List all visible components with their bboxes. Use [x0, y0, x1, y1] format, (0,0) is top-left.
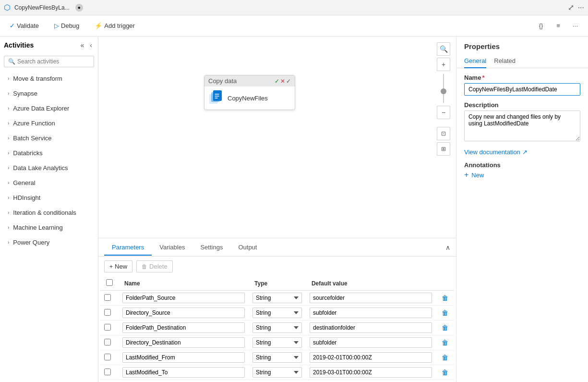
row-checkbox[interactable] [104, 369, 111, 375]
trigger-icon: ⚡ [95, 22, 102, 29]
sidebar-item-hdinsight[interactable]: › HDInsight [0, 190, 98, 205]
delete-row-btn[interactable]: 🗑 [440, 338, 450, 347]
chevron-right-icon: › [8, 165, 9, 171]
view-documentation-link[interactable]: View documentation ↗ [464, 148, 580, 156]
monitor-icon: ≡ [556, 22, 560, 29]
new-param-button[interactable]: + New [104, 260, 132, 272]
zoom-out-btn[interactable]: − [437, 106, 450, 119]
delete-row-btn[interactable]: 🗑 [440, 323, 450, 333]
sidebar-item-data-lake-analytics[interactable]: › Data Lake Analytics [0, 160, 98, 175]
sidebar-title: Activities [4, 41, 77, 49]
add-trigger-button[interactable]: ⚡ Add trigger [91, 20, 139, 31]
props-tab-general[interactable]: General [464, 54, 486, 68]
sidebar-item-move-transform[interactable]: › Move & transform [0, 71, 98, 86]
collapse-left-btn[interactable]: « [79, 40, 86, 50]
param-name-input[interactable] [122, 367, 245, 378]
param-default-input[interactable] [310, 308, 432, 318]
fit-view-btn[interactable]: ⊡ [437, 127, 450, 140]
param-default-input[interactable] [310, 322, 432, 333]
param-name-input[interactable] [122, 308, 245, 318]
sidebar-item-machine-learning[interactable]: › Machine Learning [0, 220, 98, 235]
row-checkbox[interactable] [104, 324, 111, 331]
sidebar-item-synapse[interactable]: › Synapse [0, 86, 98, 101]
monitor-button[interactable]: ≡ [552, 19, 565, 33]
param-name-input[interactable] [122, 352, 245, 363]
chevron-right-icon: › [8, 136, 9, 141]
tab-variables[interactable]: Variables [152, 240, 192, 256]
node-more-icon[interactable]: ✓ [286, 78, 291, 85]
canvas-area[interactable]: Copy data ✓ ✕ ✓ [98, 37, 456, 238]
tab-parameters[interactable]: Parameters [104, 240, 152, 256]
sidebar-item-iteration-conditionals[interactable]: › Iteration & conditionals [0, 205, 98, 220]
zoom-slider[interactable] [443, 74, 444, 103]
param-default-input[interactable] [310, 352, 432, 363]
chevron-right-icon: › [8, 225, 9, 230]
activity-name: CopyNewFiles [228, 95, 268, 102]
sidebar-item-general[interactable]: › General [0, 175, 98, 190]
search-icon: 🔍 [8, 58, 15, 65]
sidebar-item-azure-function[interactable]: › Azure Function [0, 116, 98, 131]
description-textarea[interactable]: Copy new and changed files only by using… [464, 111, 580, 141]
node-close-icon[interactable]: ✕ [280, 78, 285, 85]
sidebar-item-databricks[interactable]: › Databricks [0, 146, 98, 160]
props-body: Name * Description Copy new and changed … [456, 68, 588, 187]
row-checkbox[interactable] [104, 354, 111, 360]
param-type-select[interactable]: String Bool Int Float Object Array [252, 367, 302, 378]
search-canvas-btn[interactable]: 🔍 [437, 42, 450, 56]
search-input[interactable] [17, 58, 90, 65]
param-type-select[interactable]: String Bool Int Float Object Array [252, 293, 302, 303]
table-row: String Bool Int Float Object Array 🗑 [100, 365, 454, 380]
more-toolbar-btn[interactable]: ··· [569, 19, 582, 33]
minimap-btn[interactable]: ⊞ [437, 142, 450, 156]
param-type-select[interactable]: String Bool Int Float Object Array [252, 352, 302, 363]
param-type-select[interactable]: String Bool Int Float Object Array [252, 308, 302, 318]
collapse-panel-btn[interactable]: ∧ [445, 244, 450, 251]
bottom-panel: Parameters Variables Settings Output ∧ +… [98, 238, 456, 382]
param-name-input[interactable] [122, 293, 245, 303]
props-annotations-section: Annotations + New [464, 161, 580, 181]
params-toolbar: + New 🗑 Delete [98, 257, 456, 276]
activity-node-header: Copy data ✓ ✕ ✓ [204, 75, 295, 86]
param-type-select[interactable]: String Bool Int Float Object Array [252, 337, 302, 348]
props-tab-related[interactable]: Related [494, 54, 516, 68]
chevron-right-icon: › [8, 180, 9, 185]
collapse-btn[interactable]: ‹ [88, 40, 94, 50]
row-checkbox[interactable] [104, 294, 111, 301]
select-all-checkbox[interactable] [106, 279, 113, 286]
code-icon: {} [539, 22, 543, 29]
tab-settings[interactable]: Settings [192, 240, 230, 256]
sidebar-header: Activities « ‹ [0, 37, 98, 54]
table-row: String Bool Int Float Object Array 🗑 [100, 291, 454, 306]
more-options-btn[interactable]: ··· [578, 3, 584, 12]
delete-row-btn[interactable]: 🗑 [440, 308, 450, 318]
name-input[interactable] [464, 83, 580, 96]
add-annotation-button[interactable]: + New [464, 169, 580, 181]
delete-icon: 🗑 [142, 263, 147, 270]
row-checkbox[interactable] [104, 309, 111, 316]
param-name-input[interactable] [122, 337, 245, 348]
sidebar-item-power-query[interactable]: › Power Query [0, 235, 98, 250]
debug-button[interactable]: ▷ Debug [50, 20, 83, 31]
delete-row-btn[interactable]: 🗑 [440, 293, 450, 303]
code-view-button[interactable]: {} [534, 19, 548, 33]
delete-param-button[interactable]: 🗑 Delete [136, 260, 173, 272]
row-checkbox[interactable] [104, 339, 111, 345]
delete-row-btn[interactable]: 🗑 [440, 368, 450, 377]
close-tab-btn[interactable]: ● [75, 4, 83, 12]
props-description-field: Description Copy new and changed files o… [464, 101, 580, 143]
delete-row-btn[interactable]: 🗑 [440, 353, 450, 362]
param-default-input[interactable] [310, 367, 432, 378]
validate-button[interactable]: ✓ Validate [6, 20, 43, 31]
node-check-icon[interactable]: ✓ [275, 78, 279, 85]
param-type-select[interactable]: String Bool Int Float Object Array [252, 322, 302, 333]
sidebar-item-azure-data-explorer[interactable]: › Azure Data Explorer [0, 101, 98, 116]
param-name-input[interactable] [122, 322, 245, 333]
zoom-in-btn[interactable]: + [437, 58, 450, 71]
expand-btn[interactable]: ⤢ [568, 3, 574, 12]
sidebar-item-batch-service[interactable]: › Batch Service [0, 131, 98, 146]
app-icon: ⬡ [4, 3, 11, 12]
param-default-input[interactable] [310, 293, 432, 303]
activity-node[interactable]: Copy data ✓ ✕ ✓ [204, 75, 295, 110]
tab-output[interactable]: Output [230, 240, 264, 256]
param-default-input[interactable] [310, 337, 432, 348]
